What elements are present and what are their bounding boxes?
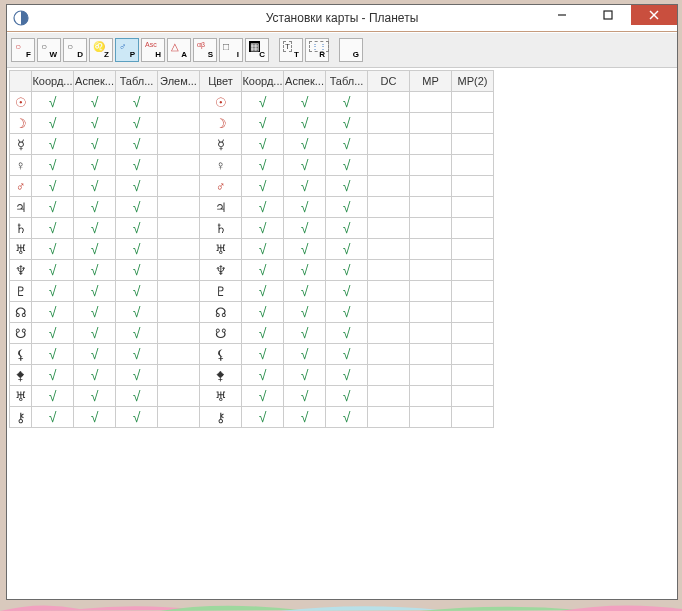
cell-checked[interactable]: √	[32, 323, 74, 344]
cell-empty[interactable]	[158, 386, 200, 407]
cell-empty[interactable]	[452, 239, 494, 260]
cell-empty[interactable]	[158, 260, 200, 281]
cell-checked[interactable]: √	[74, 407, 116, 428]
column-header[interactable]: Аспек...	[74, 71, 116, 92]
cell-empty[interactable]	[368, 134, 410, 155]
cell-empty[interactable]	[410, 344, 452, 365]
cell-checked[interactable]: √	[242, 176, 284, 197]
cell-empty[interactable]	[368, 239, 410, 260]
cell-empty[interactable]	[452, 134, 494, 155]
column-header[interactable]: Табл...	[326, 71, 368, 92]
cell-empty[interactable]	[452, 155, 494, 176]
cell-empty[interactable]	[452, 323, 494, 344]
planet-symbol-left[interactable]: ♅	[10, 239, 32, 260]
cell-empty[interactable]	[410, 260, 452, 281]
cell-empty[interactable]	[158, 365, 200, 386]
cell-empty[interactable]	[368, 113, 410, 134]
cell-checked[interactable]: √	[32, 218, 74, 239]
cell-checked[interactable]: √	[326, 92, 368, 113]
cell-checked[interactable]: √	[116, 281, 158, 302]
cell-empty[interactable]	[410, 407, 452, 428]
cell-checked[interactable]: √	[242, 260, 284, 281]
cell-checked[interactable]: √	[242, 155, 284, 176]
tool-h[interactable]: AscH	[141, 38, 165, 62]
cell-empty[interactable]	[410, 197, 452, 218]
cell-checked[interactable]: √	[326, 113, 368, 134]
planet-symbol-color[interactable]: ♂	[200, 176, 242, 197]
planet-symbol-left[interactable]: ☿	[10, 134, 32, 155]
cell-checked[interactable]: √	[32, 302, 74, 323]
cell-empty[interactable]	[158, 134, 200, 155]
cell-empty[interactable]	[452, 197, 494, 218]
cell-empty[interactable]	[410, 134, 452, 155]
cell-checked[interactable]: √	[326, 302, 368, 323]
planet-symbol-color[interactable]: ☽	[200, 113, 242, 134]
cell-checked[interactable]: √	[116, 155, 158, 176]
cell-empty[interactable]	[410, 302, 452, 323]
cell-checked[interactable]: √	[116, 239, 158, 260]
cell-checked[interactable]: √	[32, 239, 74, 260]
column-header-symbol[interactable]	[10, 71, 32, 92]
cell-checked[interactable]: √	[242, 302, 284, 323]
cell-checked[interactable]: √	[32, 92, 74, 113]
cell-empty[interactable]	[410, 155, 452, 176]
cell-checked[interactable]: √	[74, 134, 116, 155]
column-header[interactable]: Цвет	[200, 71, 242, 92]
cell-checked[interactable]: √	[242, 134, 284, 155]
planet-symbol-left[interactable]: ⚸	[10, 344, 32, 365]
planet-symbol-color[interactable]: ♆	[200, 260, 242, 281]
planet-symbol-left[interactable]: ♇	[10, 281, 32, 302]
planet-symbol-color[interactable]: ☋	[200, 323, 242, 344]
tool-z[interactable]: ♌Z	[89, 38, 113, 62]
cell-empty[interactable]	[158, 92, 200, 113]
cell-checked[interactable]: √	[74, 239, 116, 260]
planet-symbol-left[interactable]: ☊	[10, 302, 32, 323]
cell-checked[interactable]: √	[284, 344, 326, 365]
tool-g[interactable]: G	[339, 38, 363, 62]
planet-symbol-color[interactable]: ♀	[200, 155, 242, 176]
cell-checked[interactable]: √	[74, 92, 116, 113]
cell-checked[interactable]: √	[242, 344, 284, 365]
tool-d[interactable]: ○D	[63, 38, 87, 62]
cell-empty[interactable]	[368, 302, 410, 323]
cell-empty[interactable]	[452, 113, 494, 134]
close-button[interactable]	[631, 5, 677, 25]
cell-checked[interactable]: √	[116, 218, 158, 239]
cell-checked[interactable]: √	[242, 407, 284, 428]
cell-empty[interactable]	[368, 155, 410, 176]
cell-checked[interactable]: √	[326, 386, 368, 407]
cell-checked[interactable]: √	[116, 260, 158, 281]
cell-checked[interactable]: √	[242, 92, 284, 113]
cell-checked[interactable]: √	[116, 113, 158, 134]
cell-empty[interactable]	[410, 92, 452, 113]
cell-empty[interactable]	[410, 218, 452, 239]
column-header[interactable]: MP	[410, 71, 452, 92]
cell-empty[interactable]	[410, 281, 452, 302]
cell-empty[interactable]	[410, 239, 452, 260]
cell-checked[interactable]: √	[116, 344, 158, 365]
cell-checked[interactable]: √	[326, 407, 368, 428]
tool-a[interactable]: △A	[167, 38, 191, 62]
cell-checked[interactable]: √	[326, 365, 368, 386]
planet-symbol-left[interactable]: ⯞	[10, 365, 32, 386]
cell-checked[interactable]: √	[74, 113, 116, 134]
cell-checked[interactable]: √	[242, 239, 284, 260]
cell-checked[interactable]: √	[326, 134, 368, 155]
tool-f[interactable]: ○F	[11, 38, 35, 62]
cell-checked[interactable]: √	[32, 344, 74, 365]
cell-checked[interactable]: √	[326, 218, 368, 239]
cell-checked[interactable]: √	[284, 239, 326, 260]
cell-checked[interactable]: √	[32, 176, 74, 197]
planet-symbol-left[interactable]: ♆	[10, 260, 32, 281]
column-header[interactable]: Коорд...	[242, 71, 284, 92]
cell-checked[interactable]: √	[284, 323, 326, 344]
cell-empty[interactable]	[452, 344, 494, 365]
cell-checked[interactable]: √	[284, 218, 326, 239]
cell-empty[interactable]	[368, 344, 410, 365]
tool-t[interactable]: TT	[279, 38, 303, 62]
cell-checked[interactable]: √	[32, 281, 74, 302]
cell-checked[interactable]: √	[32, 197, 74, 218]
planet-symbol-color[interactable]: ⚷	[200, 407, 242, 428]
cell-empty[interactable]	[452, 176, 494, 197]
cell-empty[interactable]	[368, 281, 410, 302]
